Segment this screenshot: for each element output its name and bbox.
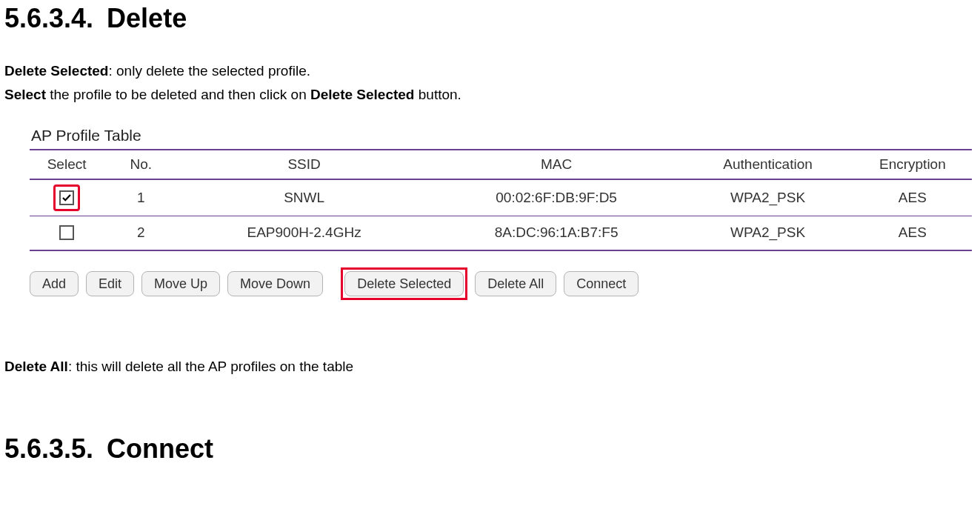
paragraph-delete-all: Delete All: this will delete all the AP … bbox=[4, 355, 976, 379]
cell-enc: AES bbox=[853, 179, 972, 216]
col-header-mac: MAC bbox=[430, 150, 683, 179]
text: button. bbox=[414, 87, 461, 102]
cell-auth: WPA2_PSK bbox=[682, 216, 853, 250]
move-down-button[interactable]: Move Down bbox=[227, 271, 323, 296]
select-checkbox[interactable] bbox=[59, 225, 74, 240]
cell-mac: 00:02:6F:DB:9F:D5 bbox=[430, 179, 683, 216]
cell-auth: WPA2_PSK bbox=[682, 179, 853, 216]
term-delete-selected-2: Delete Selected bbox=[310, 87, 414, 102]
section-heading-delete: 5.6.3.4.Delete bbox=[4, 3, 976, 34]
col-header-auth: Authentication bbox=[682, 150, 853, 179]
section-number: 5.6.3.4. bbox=[4, 3, 93, 34]
cell-select bbox=[30, 216, 104, 250]
button-row: Add Edit Move Up Move Down Delete Select… bbox=[30, 267, 972, 300]
ap-profile-table: Select No. SSID MAC Authentication Encry… bbox=[30, 149, 972, 251]
cell-no: 1 bbox=[104, 179, 178, 216]
ap-profile-screenshot: AP Profile Table Select No. SSID MAC Aut… bbox=[30, 127, 972, 300]
table-header-row: Select No. SSID MAC Authentication Encry… bbox=[30, 150, 972, 179]
move-up-button[interactable]: Move Up bbox=[141, 271, 220, 296]
term-delete-selected: Delete Selected bbox=[4, 63, 108, 79]
text: : this will delete all the AP profiles o… bbox=[68, 359, 353, 374]
section-number: 5.6.3.5. bbox=[4, 433, 93, 465]
delete-selected-button[interactable]: Delete Selected bbox=[344, 271, 464, 296]
col-header-no: No. bbox=[104, 150, 178, 179]
checkbox-wrapper bbox=[56, 222, 77, 243]
delete-selected-highlight: Delete Selected bbox=[341, 267, 467, 300]
cell-ssid: EAP900H-2.4GHz bbox=[178, 216, 430, 250]
edit-button[interactable]: Edit bbox=[86, 271, 134, 296]
cell-ssid: SNWL bbox=[178, 179, 430, 216]
connect-button[interactable]: Connect bbox=[564, 271, 639, 296]
cell-select bbox=[30, 179, 104, 216]
col-header-select: Select bbox=[30, 150, 104, 179]
checkmark-icon bbox=[62, 193, 71, 202]
checkbox-wrapper bbox=[55, 186, 79, 210]
term-select: Select bbox=[4, 87, 46, 102]
paragraph-instruction: Select the profile to be deleted and the… bbox=[4, 83, 976, 107]
section-title: Connect bbox=[107, 433, 213, 464]
col-header-ssid: SSID bbox=[178, 150, 430, 179]
add-button[interactable]: Add bbox=[30, 271, 79, 296]
section-heading-connect: 5.6.3.5.Connect bbox=[4, 433, 976, 465]
section-title: Delete bbox=[107, 3, 187, 33]
ap-profile-table-title: AP Profile Table bbox=[31, 127, 972, 144]
select-checkbox[interactable] bbox=[59, 190, 74, 205]
table-row: 1SNWL00:02:6F:DB:9F:D5WPA2_PSKAES bbox=[30, 179, 972, 216]
text: the profile to be deleted and then click… bbox=[46, 87, 310, 102]
cell-no: 2 bbox=[104, 216, 178, 250]
term-delete-all: Delete All bbox=[4, 359, 68, 374]
cell-mac: 8A:DC:96:1A:B7:F5 bbox=[430, 216, 683, 250]
text: : only delete the selected profile. bbox=[108, 63, 310, 79]
delete-all-button[interactable]: Delete All bbox=[475, 271, 556, 296]
paragraph-delete-selected: Delete Selected: only delete the selecte… bbox=[4, 59, 976, 83]
table-row: 2EAP900H-2.4GHz8A:DC:96:1A:B7:F5WPA2_PSK… bbox=[30, 216, 972, 250]
col-header-enc: Encryption bbox=[853, 150, 972, 179]
cell-enc: AES bbox=[853, 216, 972, 250]
